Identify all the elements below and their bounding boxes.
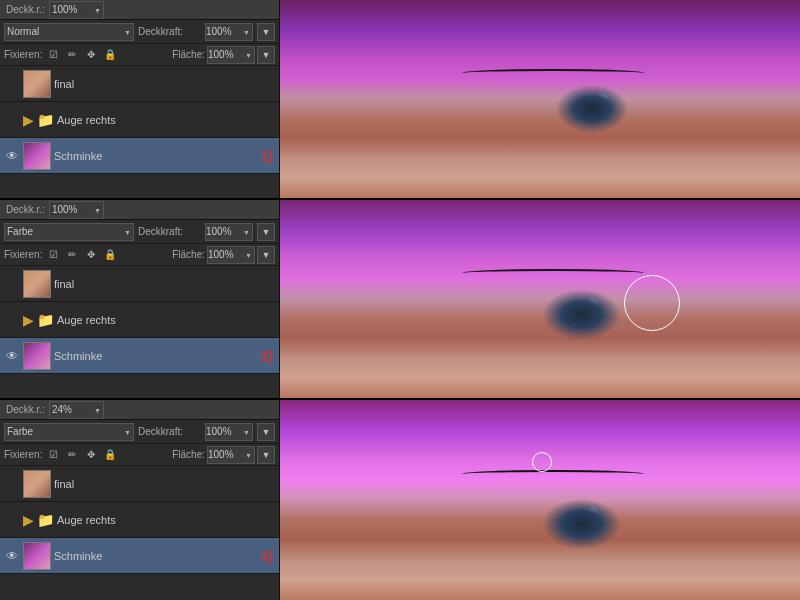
visibility-final-2[interactable] xyxy=(4,276,20,292)
number-schminke-2: 2) xyxy=(261,348,273,364)
visibility-schminke-1[interactable]: 👁 xyxy=(4,148,20,164)
fix-move-icon-3[interactable]: ✥ xyxy=(83,447,99,463)
panel-row-2: Deckk.r.: 100% Farbe Normal Deckkraft: xyxy=(0,200,800,400)
layer-schminke-1[interactable]: 👁 Schminke 1) xyxy=(0,138,279,174)
eye-canvas-2 xyxy=(280,200,800,398)
folder-icon-3: 📁 xyxy=(37,512,54,528)
opacity-label-3: Deckkraft: xyxy=(138,426,183,437)
layer-final-1[interactable]: final xyxy=(0,66,279,102)
opacity-arrow-2[interactable]: ▼ xyxy=(257,223,275,241)
fix-row-1: Fixieren: ☑ ✏ ✥ 🔒 Fläche: 100% ▼ xyxy=(0,44,279,66)
fix-label-1: Fixieren: xyxy=(4,49,42,60)
deckk-select-wrapper-2[interactable]: 100% xyxy=(49,201,104,219)
flaeche-select-wrapper-3[interactable]: 100% xyxy=(207,446,255,464)
folder-triangle-2: ▶ xyxy=(23,312,34,328)
flaeche-select-2[interactable]: 100% xyxy=(207,246,255,264)
flaeche-arrow-1[interactable]: ▼ xyxy=(257,46,275,64)
fix-brush-icon-2[interactable]: ✏ xyxy=(64,247,80,263)
mode-row-2: Farbe Normal Deckkraft: 100% ▼ xyxy=(0,220,279,244)
fix-check-icon-2[interactable]: ☑ xyxy=(45,247,61,263)
folder-icon-2: 📁 xyxy=(37,312,54,328)
flaeche-wrapper-2: Fläche: 100% ▼ xyxy=(172,246,275,264)
thumb-final-1 xyxy=(23,70,51,98)
deckk-label-1: Deckk.r.: xyxy=(6,4,45,15)
fix-label-2: Fixieren: xyxy=(4,249,42,260)
fix-row-2: Fixieren: ☑ ✏ ✥ 🔒 Fläche: 100% ▼ xyxy=(0,244,279,266)
fix-brush-icon-1[interactable]: ✏ xyxy=(64,47,80,63)
opacity-arrow-1[interactable]: ▼ xyxy=(257,23,275,41)
opacity-select-1[interactable]: 100% xyxy=(205,23,253,41)
flaeche-wrapper-3: Fläche: 100% ▼ xyxy=(172,446,275,464)
fix-lock-icon-3[interactable]: 🔒 xyxy=(102,447,118,463)
flaeche-select-wrapper-1[interactable]: 100% xyxy=(207,46,255,64)
visibility-auge-3[interactable] xyxy=(4,512,20,528)
mode-select-2[interactable]: Farbe Normal xyxy=(4,223,134,241)
thumb-schminke-1 xyxy=(23,142,51,170)
fix-lock-icon-2[interactable]: 🔒 xyxy=(102,247,118,263)
visibility-auge-2[interactable] xyxy=(4,312,20,328)
number-schminke-3: 3) xyxy=(261,548,273,564)
brush-circle-2 xyxy=(624,275,680,331)
fix-lock-icon-1[interactable]: 🔒 xyxy=(102,47,118,63)
layer-final-2[interactable]: final xyxy=(0,266,279,302)
panel-row-1: Deckk.r.: 100% Normal Farbe Deckkraft: xyxy=(0,0,800,200)
deckk-select-2[interactable]: 100% xyxy=(49,201,104,219)
name-schminke-2: Schminke xyxy=(54,350,258,362)
flaeche-arrow-3[interactable]: ▼ xyxy=(257,446,275,464)
folder-triangle-1: ▶ xyxy=(23,112,34,128)
layer-auge-3[interactable]: ▶ 📁 Auge rechts xyxy=(0,502,279,538)
deckk-bar-2: Deckk.r.: 100% xyxy=(0,200,279,220)
layers-panel-2: Deckk.r.: 100% Farbe Normal Deckkraft: xyxy=(0,200,280,398)
deckk-select-3[interactable]: 24% xyxy=(49,401,104,419)
deckk-bar-3: Deckk.r.: 24% xyxy=(0,400,279,420)
mode-select-1[interactable]: Normal Farbe xyxy=(4,23,134,41)
folder-icon-1: 📁 xyxy=(37,112,54,128)
visibility-schminke-3[interactable]: 👁 xyxy=(4,548,20,564)
thumb-final-2 xyxy=(23,270,51,298)
opacity-label-1: Deckkraft: xyxy=(138,26,183,37)
fix-check-icon-1[interactable]: ☑ xyxy=(45,47,61,63)
visibility-auge-1[interactable] xyxy=(4,112,20,128)
fix-move-icon-2[interactable]: ✥ xyxy=(83,247,99,263)
flaeche-arrow-2[interactable]: ▼ xyxy=(257,246,275,264)
name-auge-3: Auge rechts xyxy=(57,514,275,526)
eyelash-3 xyxy=(462,470,644,478)
opacity-select-wrapper-3[interactable]: 100% xyxy=(205,423,253,441)
flaeche-select-1[interactable]: 100% xyxy=(207,46,255,64)
fix-check-icon-3[interactable]: ☑ xyxy=(45,447,61,463)
opacity-select-wrapper-1[interactable]: 100% xyxy=(205,23,253,41)
mode-select-wrapper-3[interactable]: Farbe Normal xyxy=(4,423,134,441)
thumb-schminke-2 xyxy=(23,342,51,370)
layer-auge-2[interactable]: ▶ 📁 Auge rechts xyxy=(0,302,279,338)
visibility-final-1[interactable] xyxy=(4,76,20,92)
flaeche-select-3[interactable]: 100% xyxy=(207,446,255,464)
flaeche-label-1: Fläche: xyxy=(172,49,205,60)
eye-canvas-3 xyxy=(280,400,800,600)
deckk-select-wrapper-3[interactable]: 24% xyxy=(49,401,104,419)
visibility-final-3[interactable] xyxy=(4,476,20,492)
visibility-schminke-2[interactable]: 👁 xyxy=(4,348,20,364)
name-schminke-1: Schminke xyxy=(54,150,258,162)
opacity-select-3[interactable]: 100% xyxy=(205,423,253,441)
thumb-final-3 xyxy=(23,470,51,498)
layer-auge-1[interactable]: ▶ 📁 Auge rechts xyxy=(0,102,279,138)
fix-move-icon-1[interactable]: ✥ xyxy=(83,47,99,63)
deckk-select-wrapper-1[interactable]: 100% xyxy=(49,1,104,19)
opacity-select-wrapper-2[interactable]: 100% xyxy=(205,223,253,241)
canvas-area-2 xyxy=(280,200,800,398)
fix-brush-icon-3[interactable]: ✏ xyxy=(64,447,80,463)
layers-panel-3: Deckk.r.: 24% Farbe Normal Deckkraft: xyxy=(0,400,280,600)
opacity-select-2[interactable]: 100% xyxy=(205,223,253,241)
layer-final-3[interactable]: final xyxy=(0,466,279,502)
mode-select-wrapper-1[interactable]: Normal Farbe xyxy=(4,23,134,41)
flaeche-select-wrapper-2[interactable]: 100% xyxy=(207,246,255,264)
name-auge-2: Auge rechts xyxy=(57,314,275,326)
mode-select-3[interactable]: Farbe Normal xyxy=(4,423,134,441)
layer-schminke-2[interactable]: 👁 Schminke 2) xyxy=(0,338,279,374)
layer-schminke-3[interactable]: 👁 Schminke 3) xyxy=(0,538,279,574)
flaeche-label-3: Fläche: xyxy=(172,449,205,460)
mode-select-wrapper-2[interactable]: Farbe Normal xyxy=(4,223,134,241)
opacity-arrow-3[interactable]: ▼ xyxy=(257,423,275,441)
fix-row-3: Fixieren: ☑ ✏ ✥ 🔒 Fläche: 100% ▼ xyxy=(0,444,279,466)
deckk-select-1[interactable]: 100% xyxy=(49,1,104,19)
